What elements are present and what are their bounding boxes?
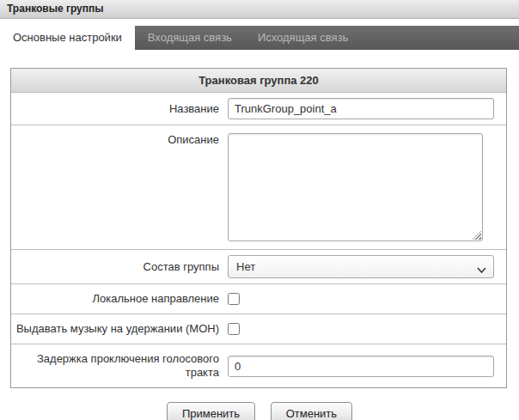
form-title: Транковая группа 220 <box>11 69 506 92</box>
group-members-selected-value: Нет <box>236 260 255 273</box>
moh-checkbox[interactable] <box>228 323 240 335</box>
delay-label: Задержка проключения голосового тракта <box>11 344 228 387</box>
group-members-row: Состав группы Нет <box>11 249 506 283</box>
form-actions: Применить Отменить <box>0 402 519 420</box>
tab-basic-settings[interactable]: Основные настройки <box>0 26 135 50</box>
name-input[interactable] <box>228 98 494 119</box>
name-row: Название <box>11 92 506 125</box>
local-direction-label: Локальное направление <box>11 284 228 313</box>
local-direction-checkbox[interactable] <box>228 293 240 305</box>
delay-input[interactable] <box>228 356 494 377</box>
name-label: Название <box>11 94 228 124</box>
description-textarea[interactable] <box>228 133 483 241</box>
window-title: Транковые группы <box>0 0 519 19</box>
delay-row: Задержка проключения голосового тракта <box>11 344 506 387</box>
description-row: Описание <box>11 125 506 249</box>
trunk-group-form: Транковая группа 220 Название Описание С… <box>10 68 507 388</box>
cancel-button[interactable]: Отменить <box>271 402 352 420</box>
apply-button[interactable]: Применить <box>167 402 255 420</box>
local-direction-row: Локальное направление <box>11 283 506 313</box>
description-label: Описание <box>11 125 228 155</box>
group-members-select[interactable]: Нет <box>228 255 494 278</box>
tab-incoming-calls[interactable]: Входящая связь <box>135 26 245 50</box>
tab-bar: Основные настройки Входящая связь Исходя… <box>0 26 519 50</box>
moh-row: Выдавать музыку на удержании (MOH) <box>11 313 506 344</box>
chevron-down-icon <box>476 261 487 283</box>
group-members-label: Состав группы <box>11 253 228 282</box>
tab-outgoing-calls[interactable]: Исходящая связь <box>245 26 361 50</box>
moh-label: Выдавать музыку на удержании (MOH) <box>11 314 228 344</box>
